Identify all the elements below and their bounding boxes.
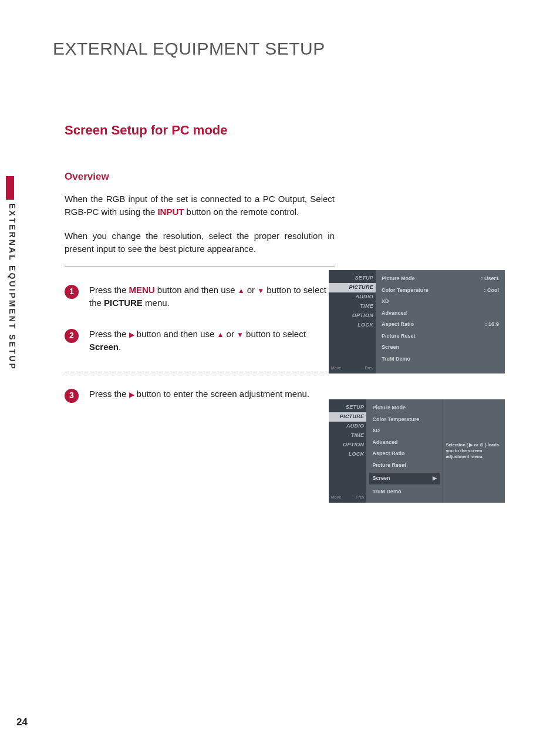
osd-footer-prev: Prev: [365, 365, 373, 372]
osd-row[interactable]: Advanced: [382, 309, 499, 318]
osd-footer-move: Move: [331, 365, 341, 372]
overview-heading: Overview: [65, 169, 335, 184]
dotted-divider: [65, 372, 335, 372]
step-3: 3 Press the ▶ button to enter the screen…: [65, 388, 335, 403]
t: menu.: [143, 298, 170, 308]
t: .: [119, 342, 121, 352]
t: button and then use: [155, 285, 238, 295]
step-1: 1 Press the MENU button and then use ▲ o…: [65, 284, 335, 310]
page-number: 24: [16, 715, 28, 730]
osd-nav-item[interactable]: AUDIO: [329, 422, 366, 431]
arrow-up-icon: ▲: [217, 329, 224, 340]
side-tab: EXTERNAL EQUIPMENT SETUP: [6, 176, 25, 371]
osd-row[interactable]: Aspect Ratio: [372, 450, 437, 458]
osd-row[interactable]: Color Temperature: Cool: [382, 287, 499, 295]
osd-main: Picture Mode Color Temperature XD Advanc…: [366, 399, 443, 503]
overview-p2: When you change the resolution, select t…: [65, 230, 335, 256]
t: Press the: [89, 285, 129, 295]
osd-row[interactable]: Advanced: [372, 439, 437, 447]
osd-row[interactable]: XD: [382, 298, 499, 306]
osd-row[interactable]: Screen: [382, 344, 499, 352]
arrow-right-icon: ▶: [129, 329, 134, 340]
side-tab-accent: [6, 176, 14, 200]
overview-p1-b: button on the remote control.: [184, 207, 299, 217]
step-badge: 1: [65, 285, 79, 299]
osd-panel-2: SETUP PICTURE AUDIO TIME OPTION LOCK Mov…: [329, 399, 505, 503]
osd-nav-item-selected[interactable]: PICTURE: [329, 412, 366, 422]
osd-row[interactable]: Picture Mode: [372, 404, 437, 412]
osd-row[interactable]: TruM Demo: [382, 355, 499, 364]
osd-row[interactable]: Color Temperature: [372, 416, 437, 424]
osd-nav-item[interactable]: SETUP: [329, 403, 366, 412]
osd-row[interactable]: Aspect Ratio: 16:9: [382, 321, 499, 329]
osd-panel-1: SETUP PICTURE AUDIO TIME OPTION LOCK Mov…: [329, 270, 505, 374]
osd-row[interactable]: Picture Reset: [382, 332, 499, 341]
osd-row-selected[interactable]: Screen▶: [369, 473, 440, 484]
t: Press the: [89, 389, 129, 399]
overview-p1: When the RGB input of the set is connect…: [65, 193, 335, 219]
osd-nav-item[interactable]: SETUP: [329, 274, 376, 283]
t: Press the: [89, 329, 129, 339]
osd-nav-item[interactable]: OPTION: [329, 311, 376, 321]
osd-main: Picture Mode: User1 Color Temperature: C…: [376, 270, 505, 374]
osd-footer-prev: Prev: [356, 494, 364, 501]
step-text: Press the ▶ button and then use ▲ or ▼ b…: [89, 328, 335, 354]
arrow-down-icon: ▼: [237, 329, 244, 340]
osd-row[interactable]: XD: [372, 427, 437, 435]
picture-kw: PICTURE: [104, 298, 143, 308]
step-text: Press the ▶ button to enter the screen a…: [89, 388, 335, 401]
steps-list: 1 Press the MENU button and then use ▲ o…: [65, 284, 335, 403]
osd-nav-item-selected[interactable]: PICTURE: [329, 283, 376, 292]
arrow-down-icon: ▼: [257, 285, 264, 296]
osd-row[interactable]: Picture Reset: [372, 462, 437, 470]
osd-nav-item[interactable]: TIME: [329, 431, 366, 440]
t: button to select: [244, 329, 306, 339]
menu-kw: MENU: [129, 285, 155, 295]
overview-p1-kw: INPUT: [157, 207, 184, 217]
osd-nav-item[interactable]: LOCK: [329, 450, 366, 459]
osd-hint: Selection ( ▶ or ⊙ ) leads you to the sc…: [443, 399, 505, 503]
osd-footer-move: Move: [331, 494, 341, 501]
t: button and then use: [134, 329, 217, 339]
osd-nav-item[interactable]: OPTION: [329, 440, 366, 450]
side-tab-label: EXTERNAL EQUIPMENT SETUP: [6, 203, 18, 371]
step-text: Press the MENU button and then use ▲ or …: [89, 284, 335, 310]
osd-nav-item[interactable]: LOCK: [329, 321, 376, 330]
osd-row[interactable]: TruM Demo: [372, 488, 437, 496]
osd-nav-item[interactable]: TIME: [329, 302, 376, 311]
osd-nav-item[interactable]: AUDIO: [329, 292, 376, 302]
osd-nav: SETUP PICTURE AUDIO TIME OPTION LOCK Mov…: [329, 399, 366, 503]
osd-nav: SETUP PICTURE AUDIO TIME OPTION LOCK Mov…: [329, 270, 376, 374]
arrow-right-icon: ▶: [433, 475, 437, 483]
arrow-up-icon: ▲: [238, 285, 245, 296]
t: button to enter the screen adjustment me…: [134, 389, 310, 399]
step-2: 2 Press the ▶ button and then use ▲ or ▼…: [65, 328, 335, 354]
divider: [65, 267, 335, 267]
step-badge: 3: [65, 389, 79, 403]
step-badge: 2: [65, 329, 79, 343]
screen-kw: Screen: [89, 342, 119, 352]
osd-row[interactable]: Picture Mode: User1: [382, 275, 499, 283]
page-title: EXTERNAL EQUIPMENT SETUP: [53, 35, 513, 62]
section-title: Screen Setup for PC mode: [65, 120, 335, 140]
arrow-right-icon: ▶: [129, 389, 134, 400]
